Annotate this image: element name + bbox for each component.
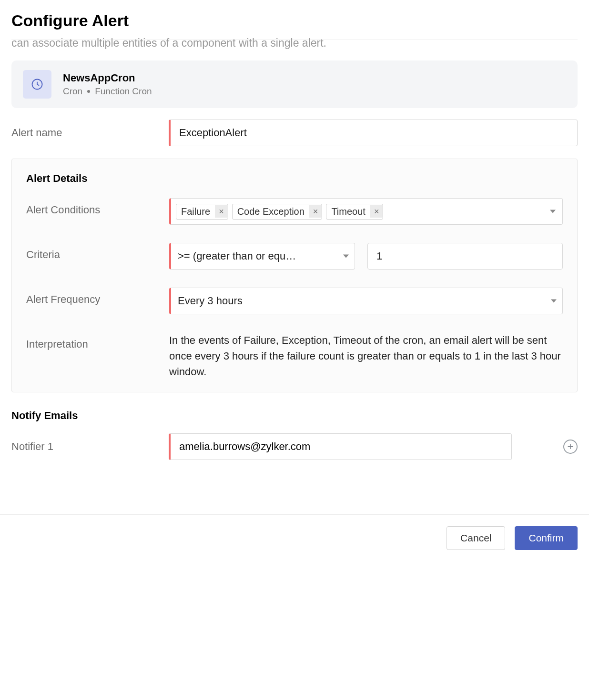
alert-name-input[interactable] (169, 120, 578, 146)
dot-separator (87, 90, 90, 93)
chip-remove[interactable]: × (215, 205, 228, 218)
notifier-1-label: Notifier 1 (11, 440, 169, 453)
criteria-label: Criteria (26, 243, 169, 261)
alert-details-heading: Alert Details (26, 172, 563, 185)
alert-frequency-value: Every 3 hours (178, 295, 243, 307)
interpretation-label: Interpretation (26, 332, 169, 350)
criteria-operator-value: >= (greater than or equ… (178, 250, 296, 262)
cron-icon (23, 70, 51, 99)
entity-banner: NewsAppCron Cron Function Cron (11, 60, 578, 108)
chip-timeout: Timeout × (326, 204, 383, 220)
chip-label: Code Exception (233, 204, 309, 219)
chip-label: Failure (176, 204, 215, 219)
criteria-operator-select[interactable]: >= (greater than or equ… (169, 243, 355, 270)
alert-name-label: Alert name (11, 127, 169, 139)
description-fragment: can associate multiple entities of a com… (11, 37, 578, 50)
alert-frequency-select[interactable]: Every 3 hours (169, 288, 563, 314)
alert-frequency-label: Alert Frequency (26, 288, 169, 306)
notify-emails-heading: Notify Emails (11, 410, 578, 422)
add-notifier-button[interactable]: + (563, 440, 578, 454)
chevron-down-icon (551, 300, 557, 303)
chip-remove[interactable]: × (309, 205, 322, 218)
alert-details-card: Alert Details Alert Conditions Failure ×… (11, 159, 578, 392)
entity-subtype: Function Cron (95, 86, 152, 97)
chevron-down-icon (343, 255, 349, 258)
interpretation-text: In the events of Failure, Exception, Tim… (169, 332, 563, 380)
chevron-down-icon[interactable] (550, 210, 556, 213)
entity-name: NewsAppCron (63, 72, 152, 84)
criteria-value-input[interactable] (367, 243, 563, 270)
chip-code-exception: Code Exception × (232, 204, 323, 220)
entity-type: Cron (63, 86, 82, 97)
notifier-1-input[interactable] (169, 433, 512, 460)
page-title: Configure Alert (11, 11, 578, 30)
alert-conditions-label: Alert Conditions (26, 198, 169, 216)
chip-remove[interactable]: × (370, 205, 383, 218)
footer: Cancel Confirm (0, 514, 589, 561)
chip-failure: Failure × (176, 204, 228, 220)
cancel-button[interactable]: Cancel (447, 526, 505, 550)
confirm-button[interactable]: Confirm (515, 526, 578, 550)
alert-conditions-select[interactable]: Failure × Code Exception × Timeout × (169, 198, 563, 225)
chip-label: Timeout (326, 204, 370, 219)
